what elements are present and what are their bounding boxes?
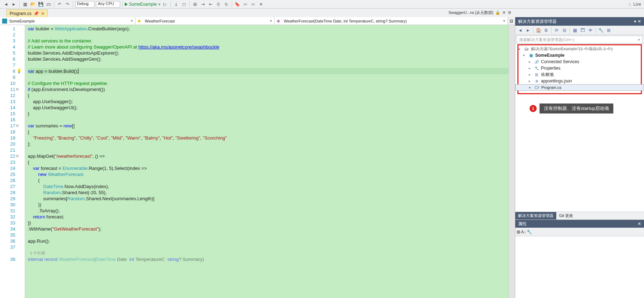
expander-icon[interactable]: ▸ [519,47,522,51]
method-icon: ◉ [277,19,282,24]
back-icon[interactable]: ◄ [517,27,524,34]
step-icon[interactable]: ⤓ [173,1,179,7]
preview-tab[interactable]: SwaggerU...ns [从元数据] 🔒 ✕ ⚙ [449,9,511,16]
expander-icon[interactable]: ▸ [529,60,532,64]
expander-icon[interactable]: ▸ [529,66,532,70]
undo-icon[interactable]: ↶ [56,1,63,7]
clear-bookmark-icon[interactable]: ✕ [258,1,264,7]
properties-close-icon[interactable]: ✕ [638,221,641,226]
solution-explorer-title: 解决方案资源管理器 ▾✕ [515,17,644,26]
play-icon [125,2,128,6]
expander-icon[interactable]: ▾ [523,54,527,57]
tree-node[interactable]: ▸⛓依赖项 [515,71,644,78]
nav-fwd-icon[interactable]: ► [11,1,17,7]
config-select[interactable]: Debug [75,1,94,7]
csproj-icon [2,19,7,24]
properties-panel: 属性 ✕ ⊞ A↓ 🔧 [515,219,644,298]
tree-node[interactable]: ▸🔗Connected Services [515,59,644,65]
callout-text: 没有控制器、没有startup启动项 [540,103,613,113]
indent-icon[interactable]: ⇥ [200,1,206,7]
prop-wrench-icon[interactable]: 🔧 [527,229,532,234]
run-button[interactable]: SomeExample▾ [125,2,160,7]
home-icon[interactable]: 🏠 [535,27,542,34]
annotation-callout: 1 没有控制器、没有startup启动项 [530,103,613,113]
solution-tree[interactable]: ▸ 🗂 解决方案"SomeExample"(1 个项目/共 1 个) ▾ ▣ S… [515,44,644,212]
file-icon: ⚙ [534,79,540,83]
file-icon: ⛓ [534,73,540,77]
solution-node[interactable]: ▸ 🗂 解决方案"SomeExample"(1 个项目/共 1 个) [515,46,644,52]
comment-icon[interactable]: ⎘ [215,1,222,7]
class-icon: ◆ [138,19,143,24]
live-share[interactable]: ⛬Live [628,2,641,7]
class-combo[interactable]: ◆ WeatherForecast ▾ [136,17,275,25]
alpha-icon[interactable]: A↓ [521,229,526,234]
file-icon: 🔗 [534,60,540,64]
uncomment-icon[interactable]: ⎗ [223,1,230,7]
show-all-icon[interactable]: ▦ [571,27,578,34]
next-bookmark-icon[interactable]: ⇨ [250,1,256,7]
project-node[interactable]: ▾ ▣ SomeExample [515,52,644,59]
fold-icon[interactable]: ⊟ [16,153,19,159]
solution-search[interactable]: 搜索解决方案资源管理器(Ctrl+;) ▾ [517,36,643,44]
preview-close-icon[interactable]: ✕ [502,10,506,15]
member-combo[interactable]: ◉ WeatherForecast(DateTime Date, int Tem… [275,17,508,25]
lightbulb-icon[interactable]: 💡 [16,68,22,74]
solution-explorer-toolbar: ◄ ► 🏠 🗎 ⟳ ⊟ ▦ 🗔 👁 🔧 ⊞ [515,26,644,35]
preview-icon[interactable]: 👁 [587,27,594,34]
tree-node[interactable]: ▸C#Program.cs [515,84,644,91]
callout-badge: 1 [530,105,537,112]
wrench-icon[interactable]: 🔧 [597,27,604,34]
main-toolbar: ◄ ► ▦ 📂 💾 🗃 ↶ ↷ Debug Any CPU SomeExampl… [0,0,644,9]
overview-ruler[interactable] [508,25,515,298]
split-icon[interactable]: ⊟ [508,17,515,25]
layout-icon[interactable]: ⊞ [192,1,198,7]
lock-icon: 🔒 [495,10,500,15]
solution-icon: 🗂 [524,46,530,51]
tab-solution-explorer[interactable]: 解决方案资源管理器 [515,212,556,219]
nav-back-icon[interactable]: ◄ [3,1,9,7]
tab-program-cs[interactable]: Program.cs 📌 ✕ [6,9,48,17]
save-all-icon[interactable]: 🗃 [45,1,52,7]
close-tab-icon[interactable]: ✕ [41,11,45,16]
file-icon: 🔧 [534,66,540,70]
outdent-icon[interactable]: ⇤ [208,1,214,7]
tab-git-changes[interactable]: Git 更改 [556,212,576,219]
tree-node[interactable]: ▸⚙appsettings.json [515,78,644,84]
open-icon[interactable]: 📂 [30,1,36,7]
properties-grid[interactable] [515,236,644,298]
fwd-icon[interactable]: ► [525,27,532,34]
categorize-icon[interactable]: ⊞ [517,229,520,234]
project-combo[interactable]: SomeExample ▾ [0,17,136,25]
save-icon[interactable]: 💾 [37,1,44,7]
run-no-debug-icon[interactable]: ▷ [162,1,168,7]
gear-icon[interactable]: ⚙ [508,10,511,15]
view-icon[interactable]: ⊞ [605,27,612,34]
doc-icon[interactable]: 🗎 [543,27,550,34]
collapse-icon[interactable]: ⊟ [561,27,568,34]
properties-icon[interactable]: 🗔 [579,27,586,34]
refresh-icon[interactable]: ⟳ [553,27,560,34]
preview-tab-label: SwaggerU...ns [从元数据] [449,10,493,15]
expander-icon[interactable]: ▸ [529,73,532,76]
code-editor[interactable]: 12345678💡91011⊟121314151617⊟1819202122⊟2… [0,25,515,298]
expander-icon[interactable]: ▸ [529,79,532,83]
codelens[interactable]: 1 个引用 [28,250,508,256]
file-icon: C# [534,86,540,90]
panel-dropdown-icon[interactable]: ▾ [634,19,636,24]
stop-icon[interactable]: ◻ [181,1,187,7]
panel-close-icon[interactable]: ✕ [638,19,641,24]
prev-bookmark-icon[interactable]: ⇦ [242,1,249,7]
tree-node[interactable]: ▸🔧Properties [515,65,644,71]
pin-icon[interactable]: 📌 [34,11,39,16]
bookmark-icon[interactable]: 🔖 [234,1,241,7]
redo-icon[interactable]: ↷ [64,1,71,7]
fold-icon[interactable]: ⊟ [16,86,19,92]
platform-select[interactable]: Any CPU [96,1,120,7]
fold-icon[interactable]: ⊟ [16,123,19,129]
right-panel-tabs: 解决方案资源管理器 Git 更改 [515,212,644,219]
document-well: Program.cs 📌 ✕ SwaggerU...ns [从元数据] 🔒 ✕ … [0,9,644,17]
new-icon[interactable]: ▦ [22,1,28,7]
properties-title: 属性 ✕ [515,220,644,228]
search-dropdown-icon[interactable]: ▾ [638,37,640,42]
expander-icon[interactable]: ▸ [529,86,533,89]
